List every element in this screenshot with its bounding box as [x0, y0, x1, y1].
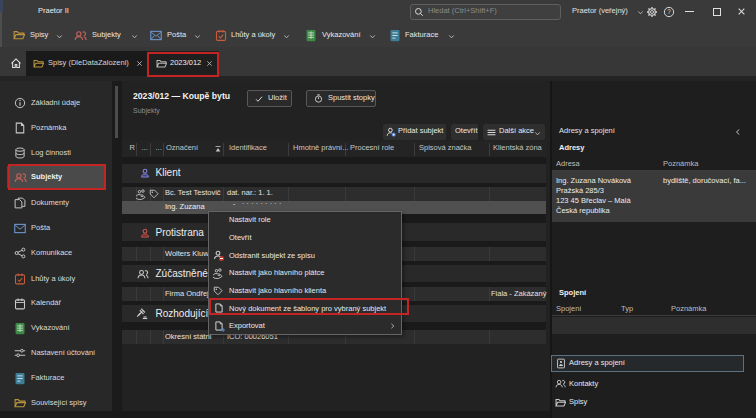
svg-text:?: ? [667, 8, 671, 15]
